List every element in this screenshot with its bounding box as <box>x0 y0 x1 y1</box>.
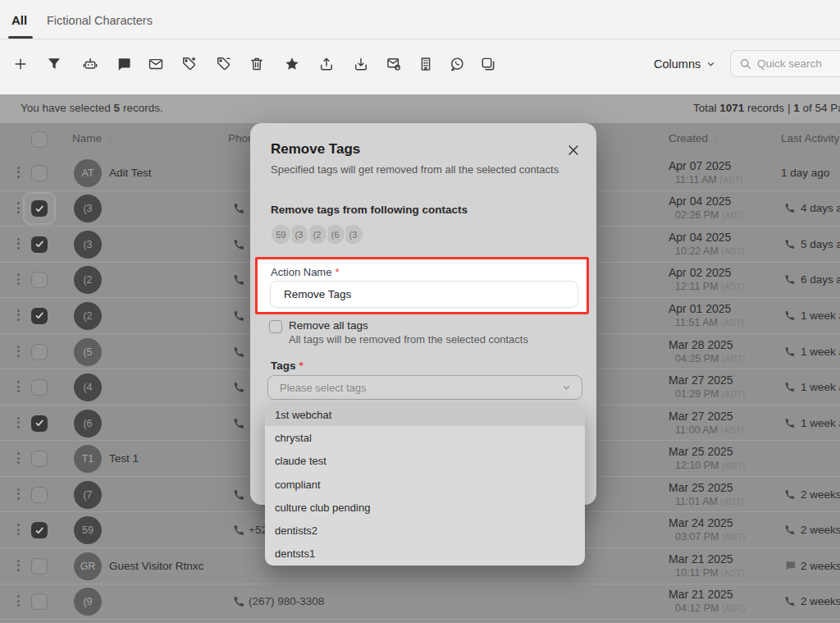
last-activity-text: 1 week ago <box>801 381 840 393</box>
email-builder-icon[interactable] <box>385 55 403 73</box>
created-time: 11:00 AM (ADT) <box>675 424 744 436</box>
tags-dropdown: 1st webchatchrystalclaude testcompliantc… <box>265 403 585 566</box>
phone-icon <box>784 417 797 429</box>
required-asterisk: * <box>299 360 304 372</box>
tags-select[interactable]: Please select tags <box>267 375 582 400</box>
tab-all[interactable]: All <box>11 13 27 27</box>
filter-icon[interactable] <box>45 55 63 73</box>
row-menu-icon[interactable] <box>17 167 20 178</box>
annotation-highlight-box: Action Name* <box>255 257 589 314</box>
created-date: Apr 02 2025 <box>669 266 731 279</box>
tag-option[interactable]: compliant <box>265 473 585 496</box>
delete-icon[interactable] <box>248 55 266 73</box>
email-icon[interactable] <box>147 55 165 73</box>
row-checkbox[interactable] <box>31 451 48 467</box>
created-date: Mar 27 2025 <box>669 373 733 387</box>
row-checkbox[interactable] <box>31 415 48 432</box>
row-menu-icon[interactable] <box>17 381 20 392</box>
row-checkbox[interactable] <box>31 272 48 288</box>
row-menu-icon[interactable] <box>17 488 20 500</box>
export-icon[interactable] <box>317 55 336 73</box>
close-icon[interactable] <box>566 143 581 158</box>
remove-all-tags-checkbox[interactable] <box>269 320 282 333</box>
created-date: Mar 28 2025 <box>669 338 733 351</box>
contact-name[interactable]: Guest Visitor Rtnxc <box>109 560 203 572</box>
tag-option[interactable]: chrystal <box>265 426 585 449</box>
created-time: 11:01 AM (ADT) <box>675 496 744 507</box>
avatar: (7 <box>74 481 102 509</box>
phone-icon <box>784 488 797 501</box>
table-row[interactable]: (9(267) 980-3308Mar 21 202504:12 PM (ADT… <box>0 584 840 621</box>
tag-remove-icon[interactable] <box>215 55 233 73</box>
tab-fictional-characters[interactable]: Fictional Characters <box>47 14 153 27</box>
row-checkbox[interactable] <box>31 200 48 217</box>
last-activity-text: 5 days ago <box>801 238 840 250</box>
tag-option[interactable]: culture club pending <box>265 496 585 519</box>
last-activity-text: 1 week ago <box>801 417 840 429</box>
row-checkbox[interactable] <box>31 522 48 538</box>
tag-option[interactable]: dentsts1 <box>265 543 585 566</box>
row-menu-icon[interactable] <box>17 595 20 607</box>
avatar: (6 <box>74 410 102 437</box>
row-menu-icon[interactable] <box>17 524 20 535</box>
timezone-label: (ADT) <box>719 176 743 185</box>
tag-option[interactable]: 1st webchat <box>265 403 585 426</box>
row-checkbox[interactable] <box>31 165 48 181</box>
remove-all-tags-label[interactable]: Remove all tags <box>289 319 368 332</box>
phone-icon <box>233 595 246 608</box>
row-checkbox[interactable] <box>31 593 48 610</box>
last-activity-text: 1 week ago <box>801 309 840 322</box>
row-checkbox[interactable] <box>31 487 48 503</box>
created-time: 10:11 PM (ADT) <box>675 567 745 579</box>
selected-count: 5 <box>114 102 121 114</box>
contact-name[interactable]: Test 1 <box>109 452 139 465</box>
columns-button[interactable]: Columns <box>654 57 716 71</box>
column-last-activity[interactable]: Last Activity <box>781 132 839 144</box>
row-menu-icon[interactable] <box>17 560 20 571</box>
action-name-input[interactable] <box>270 281 578 308</box>
timezone-label: (ADT) <box>722 355 746 364</box>
search-input[interactable] <box>757 57 839 70</box>
company-icon[interactable] <box>417 55 435 73</box>
row-checkbox[interactable] <box>31 344 48 360</box>
row-checkbox[interactable] <box>31 236 48 253</box>
tag-option[interactable]: dentists2 <box>265 519 585 542</box>
created-date: Mar 27 2025 <box>669 410 733 423</box>
column-created[interactable]: Created <box>669 132 720 144</box>
row-menu-icon[interactable] <box>17 273 20 285</box>
created-date: Apr 04 2025 <box>669 231 731 244</box>
column-name[interactable]: Name <box>72 132 114 144</box>
chat-icon[interactable] <box>115 55 133 73</box>
timezone-label: (ADT) <box>722 461 746 470</box>
row-menu-icon[interactable] <box>17 309 20 321</box>
contact-name[interactable]: Adit Test <box>109 167 152 179</box>
sort-icon[interactable] <box>711 133 720 144</box>
add-icon[interactable] <box>11 55 30 73</box>
whatsapp-icon[interactable] <box>448 55 466 73</box>
row-menu-icon[interactable] <box>17 417 20 428</box>
last-activity-text: 2 weeks ago <box>801 560 840 572</box>
row-checkbox[interactable] <box>31 308 48 324</box>
avatar: GR <box>74 552 102 580</box>
contacts-section-label: Remove tags from following contacts <box>271 204 468 216</box>
sort-icon[interactable] <box>105 133 114 144</box>
tag-add-icon[interactable] <box>180 55 199 73</box>
select-all-checkbox[interactable] <box>31 131 48 148</box>
row-checkbox[interactable] <box>31 558 48 575</box>
created-date: Mar 21 2025 <box>669 552 733 566</box>
row-menu-icon[interactable] <box>17 202 20 213</box>
phone-number: (267) 980-3308 <box>249 595 324 607</box>
tag-option[interactable]: claude test <box>265 450 585 473</box>
bot-icon[interactable] <box>81 55 99 73</box>
last-activity-text: 4 days ago <box>801 202 840 214</box>
row-menu-icon[interactable] <box>17 238 20 250</box>
row-menu-icon[interactable] <box>17 452 20 464</box>
phone-icon <box>784 595 797 607</box>
quick-search[interactable] <box>730 50 840 77</box>
row-checkbox[interactable] <box>31 379 48 396</box>
duplicate-icon[interactable] <box>479 55 497 73</box>
row-menu-icon[interactable] <box>17 346 20 357</box>
star-icon[interactable] <box>283 55 301 73</box>
avatar: (9 <box>74 588 102 616</box>
import-icon[interactable] <box>352 55 370 73</box>
